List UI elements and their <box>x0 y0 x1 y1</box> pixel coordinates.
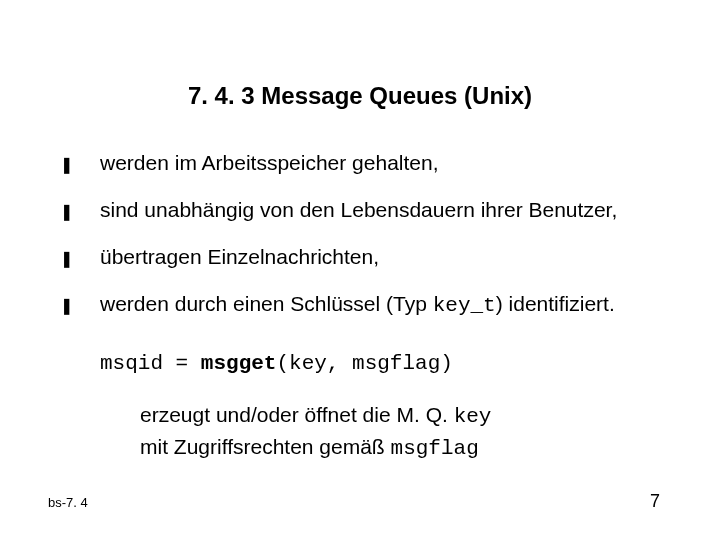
description-line: mit Zugriffsrechten gemäß msgflag <box>140 432 491 464</box>
description-text: mit Zugriffsrechten gemäß <box>140 435 391 458</box>
bullet-marker-icon: ❚ <box>60 200 100 224</box>
code-function: msgget <box>201 352 277 375</box>
code-args: (key, msgflag) <box>276 352 452 375</box>
bullet-item: ❚ werden durch einen Schlüssel (Typ key_… <box>60 291 680 319</box>
footer-left: bs-7. 4 <box>48 495 88 510</box>
inline-code: key_t <box>433 294 496 317</box>
slide-title: 7. 4. 3 Message Queues (Unix) <box>0 82 720 110</box>
bullet-list: ❚ werden im Arbeitsspeicher gehalten, ❚ … <box>60 150 680 339</box>
description-block: erzeugt und/oder öffnet die M. Q. key mi… <box>140 400 491 464</box>
bullet-item: ❚ werden im Arbeitsspeicher gehalten, <box>60 150 680 177</box>
code-line: msqid = msgget(key, msgflag) <box>100 352 453 375</box>
bullet-item: ❚ sind unabhängig von den Lebensdauern i… <box>60 197 680 224</box>
page-number: 7 <box>650 491 660 512</box>
description-line: erzeugt und/oder öffnet die M. Q. key <box>140 400 491 432</box>
inline-code: key <box>454 405 492 428</box>
slide: 7. 4. 3 Message Queues (Unix) ❚ werden i… <box>0 0 720 540</box>
description-text: erzeugt und/oder öffnet die M. Q. <box>140 403 454 426</box>
bullet-marker-icon: ❚ <box>60 294 100 318</box>
bullet-text-part: werden durch einen Schlüssel (Typ <box>100 292 433 315</box>
bullet-text: werden durch einen Schlüssel (Typ key_t)… <box>100 291 680 319</box>
bullet-marker-icon: ❚ <box>60 153 100 177</box>
bullet-text: übertragen Einzelnachrichten, <box>100 244 680 270</box>
bullet-marker-icon: ❚ <box>60 247 100 271</box>
bullet-text: werden im Arbeitsspeicher gehalten, <box>100 150 680 176</box>
bullet-text-part: ) identifiziert. <box>496 292 615 315</box>
bullet-item: ❚ übertragen Einzelnachrichten, <box>60 244 680 271</box>
bullet-text: sind unabhängig von den Lebensdauern ihr… <box>100 197 680 223</box>
code-lhs: msqid = <box>100 352 201 375</box>
inline-code: msgflag <box>391 437 479 460</box>
